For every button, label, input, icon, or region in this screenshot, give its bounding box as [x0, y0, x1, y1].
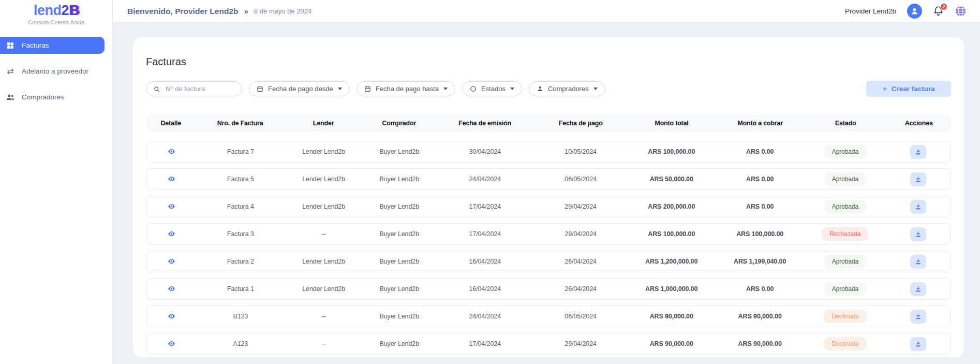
brand-subtitle: Consola Cuenta Ancla	[0, 19, 112, 25]
breadcrumb: Bienvenido, Provider Lend2b » 8 de mayo …	[127, 7, 311, 16]
table-body: Factura 7 Lender Lend2b Buyer Lend2b 30/…	[146, 141, 951, 355]
lender-name: Lender Lend2b	[285, 285, 363, 293]
states-filter[interactable]: Estados	[462, 81, 522, 96]
invoice-number: A123	[196, 340, 285, 347]
detail-cell	[146, 147, 196, 157]
filter-bar: Fecha de pago desde Fecha de pago hasta …	[146, 81, 951, 97]
status-badge: Aprobada	[824, 145, 866, 158]
sidebar-item-compradores[interactable]: Compradores	[0, 89, 105, 106]
avatar[interactable]	[907, 4, 922, 19]
amount-to-collect: ARS 0.00	[716, 148, 804, 155]
topbar-right: Provider Lend2b 2	[845, 4, 967, 19]
chevron-down-icon	[338, 88, 342, 90]
notifications-button[interactable]: 2	[933, 6, 944, 17]
issue-date: 17/04/2024	[436, 340, 534, 347]
detail-cell	[146, 229, 196, 239]
chevron-down-icon	[593, 88, 598, 90]
sidebar-item-facturas[interactable]: Facturas	[0, 37, 105, 54]
status-cell: Aprobada	[804, 255, 886, 268]
status-cell: Declinada	[804, 310, 886, 323]
download-button[interactable]	[910, 145, 926, 159]
status-badge: Aprobada	[824, 172, 866, 186]
eye-icon	[168, 257, 175, 265]
lender-name: Lender Lend2b	[285, 258, 363, 265]
logo-part-2: 2	[61, 3, 69, 18]
amount-to-collect: ARS 1,199,040.00	[716, 258, 804, 265]
search-input[interactable]	[165, 84, 234, 93]
actions-cell	[886, 255, 951, 269]
detail-cell	[146, 256, 196, 267]
status-badge: Aprobada	[824, 255, 866, 268]
view-detail-button[interactable]	[167, 201, 176, 211]
detail-cell	[146, 339, 196, 349]
language-button[interactable]	[955, 5, 967, 17]
column-header: Estado	[805, 120, 887, 127]
sidebar: lend2B Consola Cuenta Ancla Facturas ⇄ A…	[0, 0, 113, 364]
table-row: B123 -- Buyer Lend2b 24/04/2024 06/05/20…	[146, 305, 951, 327]
view-detail-button[interactable]	[167, 174, 176, 184]
buyers-label: Compradores	[548, 85, 589, 93]
buyer-name: Buyer Lend2b	[363, 285, 436, 293]
buyer-name: Buyer Lend2b	[363, 258, 436, 265]
invoice-number: Factura 5	[196, 176, 285, 183]
view-detail-button[interactable]	[167, 229, 176, 239]
status-cell: Aprobada	[804, 172, 886, 186]
issue-date: 16/04/2024	[436, 285, 534, 293]
download-icon	[915, 286, 922, 293]
view-detail-button[interactable]	[167, 339, 176, 348]
sidebar-nav: Facturas ⇄ Adelanto a proveedor Comprado…	[0, 37, 112, 106]
breadcrumb-separator: »	[244, 7, 248, 16]
sidebar-item-adelanto-a-proveedor[interactable]: ⇄ Adelanto a proveedor	[0, 63, 105, 80]
download-button[interactable]	[910, 282, 926, 296]
payment-date: 10/05/2024	[534, 148, 627, 155]
actions-cell	[886, 145, 951, 159]
invoice-number: B123	[196, 313, 285, 320]
transfer-arrows-icon: ⇄	[5, 67, 16, 76]
table-row: Factura 2 Lender Lend2b Buyer Lend2b 16/…	[146, 251, 951, 272]
buyer-name: Buyer Lend2b	[363, 230, 436, 238]
invoice-number: Factura 2	[196, 258, 285, 265]
actions-cell	[886, 172, 951, 186]
download-button[interactable]	[910, 255, 926, 269]
sidebar-item-label: Compradores	[22, 93, 64, 101]
buyers-filter[interactable]: Compradores	[529, 81, 605, 96]
column-header: Lender	[285, 120, 363, 127]
download-button[interactable]	[910, 200, 926, 214]
create-invoice-button[interactable]: + Crear factura	[866, 81, 951, 97]
download-button[interactable]	[910, 310, 926, 324]
lender-name: Lender Lend2b	[285, 176, 363, 183]
issue-date: 30/04/2024	[436, 148, 534, 155]
download-button[interactable]	[910, 337, 926, 351]
date-to-filter[interactable]: Fecha de pago hasta	[357, 81, 455, 96]
total-amount: ARS 50,000.00	[627, 176, 716, 183]
status-badge: Rechazada	[822, 227, 868, 241]
main-column: Bienvenido, Provider Lend2b » 8 de mayo …	[113, 0, 980, 364]
invoice-search[interactable]	[146, 81, 242, 96]
status-badge: Aprobada	[824, 282, 866, 296]
download-button[interactable]	[910, 172, 926, 186]
date-from-filter[interactable]: Fecha de pago desde	[249, 81, 350, 96]
states-label: Estados	[481, 85, 506, 93]
view-detail-button[interactable]	[167, 311, 176, 321]
amount-to-collect: ARS 90,000.00	[716, 340, 804, 347]
view-detail-button[interactable]	[167, 147, 176, 156]
download-icon	[915, 231, 922, 238]
invoices-card: Facturas Fecha de pago desde Fecha de pa…	[133, 37, 964, 357]
amount-to-collect: ARS 100,000.00	[716, 230, 804, 238]
content-area: Facturas Fecha de pago desde Fecha de pa…	[113, 23, 980, 364]
column-header: Nro. de Factura	[196, 120, 284, 127]
detail-cell	[146, 311, 196, 322]
invoice-number: Factura 1	[196, 285, 285, 293]
buyer-name: Buyer Lend2b	[363, 148, 436, 155]
download-icon	[915, 341, 922, 347]
issue-date: 24/04/2024	[436, 313, 534, 320]
calendar-icon	[364, 85, 371, 92]
payment-date: 29/04/2024	[534, 203, 627, 210]
notification-count-badge: 2	[940, 3, 947, 10]
view-detail-button[interactable]	[167, 284, 176, 294]
search-icon	[154, 85, 160, 93]
view-detail-button[interactable]	[167, 256, 176, 266]
detail-cell	[146, 201, 196, 212]
eye-icon	[168, 230, 175, 238]
download-button[interactable]	[910, 227, 926, 241]
